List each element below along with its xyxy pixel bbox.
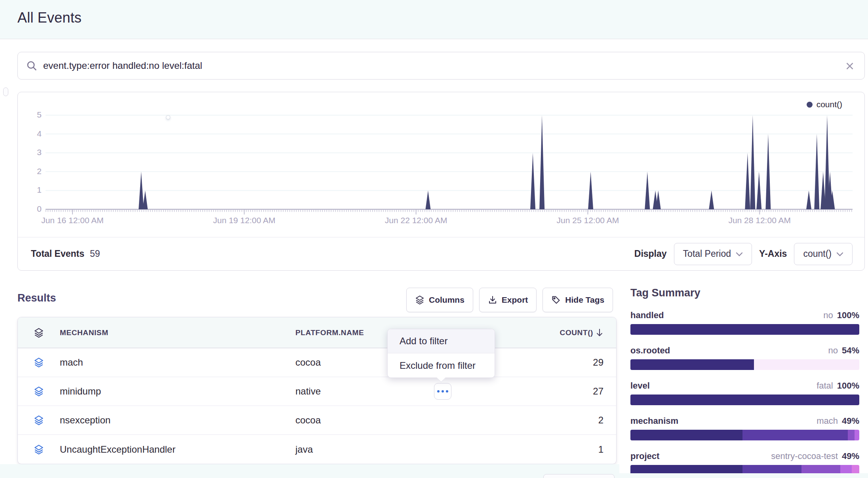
table-row: mach cocoa 29 — [18, 348, 616, 377]
hide-tags-button[interactable]: Hide Tags — [542, 288, 613, 312]
tag-name: handled — [630, 310, 664, 321]
chart-footer: Total Events 59 Display Total Period Y-A… — [18, 237, 864, 270]
tag-top-value: sentry-cocoa-test — [771, 451, 838, 461]
tag-top-percent: 49% — [842, 416, 859, 426]
pagination-buttons[interactable] — [543, 474, 615, 478]
tag-summary-title: Tag Summary — [630, 287, 859, 299]
tag-distribution-bar[interactable] — [630, 430, 859, 440]
cell-count[interactable]: 1 — [517, 444, 616, 455]
events-chart-panel: count() 012345 Jun 16 12:00 AMJun 19 12:… — [17, 92, 865, 271]
display-dropdown-value: Total Period — [683, 248, 731, 259]
column-header-mechanism[interactable]: MECHANISM — [60, 328, 295, 337]
tag-top-value: mach — [817, 416, 838, 426]
tag-top-value: fatal — [817, 381, 833, 391]
stack-icon[interactable] — [34, 328, 44, 338]
chart-marker-dot — [166, 115, 170, 120]
chevron-down-icon — [836, 252, 843, 256]
cell-platform[interactable]: cocoa — [295, 415, 517, 426]
cell-count[interactable]: 2 — [517, 415, 616, 426]
tag-distribution-bar[interactable] — [630, 324, 859, 335]
tag-bar-remainder — [754, 359, 859, 370]
results-table-header: MECHANISM PLATFORM.NAME COUNT() — [18, 317, 616, 348]
y-axis-tick-label: 2 — [23, 167, 42, 176]
tag-top-percent: 54% — [842, 345, 859, 356]
tag-icon — [551, 295, 561, 305]
tag-summary: Tag Summary handled no 100% os.rooted no… — [630, 287, 859, 478]
close-icon[interactable] — [844, 60, 856, 72]
panel-drag-handle[interactable] — [3, 87, 8, 96]
page-title: All Events — [17, 9, 82, 26]
tag-bar-segment — [630, 359, 754, 370]
tag-name: project — [630, 451, 659, 461]
menu-item-add-to-filter[interactable]: Add to filter — [388, 329, 495, 353]
search-icon — [26, 60, 38, 72]
y-axis-tick-label: 5 — [23, 110, 42, 120]
ellipsis-icon — [446, 390, 448, 393]
tag-distribution-bar[interactable] — [630, 359, 859, 370]
cell-mechanism[interactable]: nsexception — [60, 415, 295, 426]
tag-bar-segment — [630, 395, 859, 405]
tag-entry: handled no 100% — [630, 310, 859, 335]
cell-platform[interactable]: java — [295, 444, 517, 455]
results-actions: Columns Export Hide Tags — [406, 288, 613, 312]
x-axis-tick-label: Jun 16 12:00 AM — [17, 216, 128, 225]
search-bar[interactable] — [17, 52, 865, 80]
chevron-down-icon — [736, 252, 743, 256]
tag-top-value: no — [828, 345, 838, 356]
tag-bar-segment — [855, 430, 859, 440]
download-icon — [488, 295, 497, 305]
cell-platform[interactable]: native — [295, 386, 517, 397]
cell-count[interactable]: 29 — [517, 357, 616, 368]
tag-entry: os.rooted no 54% — [630, 345, 859, 370]
ellipsis-icon — [442, 390, 444, 393]
export-button[interactable]: Export — [479, 288, 537, 312]
cell-actions-button[interactable] — [434, 383, 451, 400]
x-axis-tick-label: Jun 28 12:00 AM — [704, 216, 815, 225]
tag-top-percent: 49% — [842, 451, 859, 461]
results-title: Results — [17, 292, 56, 304]
tag-name: os.rooted — [630, 345, 670, 356]
cell-actions-menu: Add to filter Exclude from filter — [387, 329, 495, 378]
column-header-count-label: COUNT() — [560, 328, 593, 337]
cell-count[interactable]: 27 — [517, 386, 616, 397]
cell-mechanism[interactable]: minidump — [60, 386, 295, 397]
tag-entry: level fatal 100% — [630, 381, 859, 405]
page-header: All Events — [0, 0, 868, 39]
tag-bar-segment — [848, 430, 855, 440]
search-input[interactable] — [43, 54, 864, 78]
display-dropdown[interactable]: Total Period — [674, 243, 752, 265]
tag-entry: mechanism mach 49% — [630, 416, 859, 440]
y-axis-tick-label: 1 — [23, 185, 42, 195]
column-header-count[interactable]: COUNT() — [517, 328, 616, 337]
columns-button[interactable]: Columns — [406, 288, 473, 312]
y-axis-tick-label: 3 — [23, 148, 42, 157]
tag-distribution-bar[interactable] — [630, 395, 859, 405]
y-axis-tick-label: 4 — [23, 129, 42, 138]
columns-button-label: Columns — [429, 295, 464, 305]
cell-mechanism[interactable]: mach — [60, 357, 295, 368]
x-axis-tick-label: Jun 25 12:00 AM — [532, 216, 643, 225]
total-events-label: Total Events — [31, 248, 84, 259]
table-row: UncaughtExceptionHandler java 1 — [18, 435, 616, 464]
x-axis-tick-label: Jun 19 12:00 AM — [189, 216, 300, 225]
yaxis-label: Y-Axis — [759, 248, 787, 259]
cell-mechanism[interactable]: UncaughtExceptionHandler — [60, 444, 295, 455]
table-row: nsexception cocoa 2 — [18, 406, 616, 435]
stack-icon — [415, 295, 424, 305]
ellipsis-icon — [437, 390, 440, 393]
tag-name: level — [630, 381, 650, 391]
hide-tags-button-label: Hide Tags — [565, 295, 604, 305]
stack-icon — [34, 415, 44, 425]
display-label: Display — [634, 248, 667, 259]
y-axis-tick-label: 0 — [23, 204, 42, 214]
tag-bar-segment — [742, 430, 848, 440]
sort-down-arrow-icon — [596, 328, 603, 337]
yaxis-dropdown[interactable]: count() — [794, 243, 853, 265]
stack-icon — [34, 444, 44, 455]
total-events-value: 59 — [90, 248, 100, 259]
tag-name: mechanism — [630, 416, 678, 426]
results-table: MECHANISM PLATFORM.NAME COUNT() mach coc… — [17, 317, 617, 464]
table-row: minidump native 27 — [18, 377, 616, 406]
page-background — [0, 473, 868, 478]
stack-icon — [34, 357, 44, 368]
